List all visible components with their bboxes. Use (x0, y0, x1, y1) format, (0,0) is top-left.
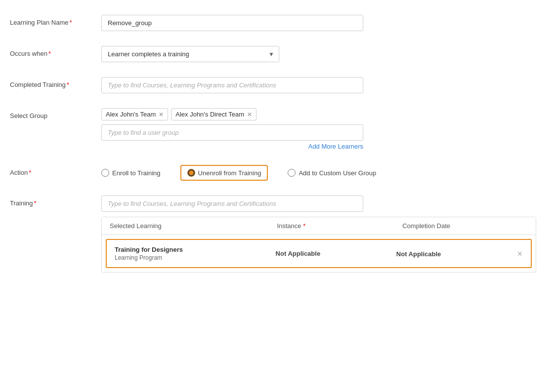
page-container: Learning Plan Name* Occurs when* Learner… (0, 0, 555, 392)
select-group-control: Alex John's Team ✕ Alex John's Direct Te… (101, 108, 540, 150)
action-option-unenroll[interactable]: Unenroll from Training (187, 169, 261, 177)
tag-label: Alex John's Team (106, 111, 156, 118)
occurs-when-select[interactable]: Learner completes a training Learner enr… (101, 46, 279, 62)
occurs-when-select-wrap: Learner completes a training Learner enr… (101, 46, 279, 62)
remove-row-icon[interactable]: ✕ (517, 250, 523, 258)
training-row-selected: Training for Designers Learning Program (115, 246, 276, 261)
tag-remove-icon[interactable]: ✕ (247, 112, 252, 118)
col-header-selected: Selected Learning (110, 222, 277, 230)
action-control: Enroll to Training Unenroll from Trainin… (101, 165, 540, 181)
learning-plan-name-input[interactable] (101, 15, 363, 31)
tags-row: Alex John's Team ✕ Alex John's Direct Te… (101, 108, 540, 120)
enroll-radio[interactable] (101, 169, 109, 177)
learning-plan-name-row: Learning Plan Name* (10, 15, 540, 31)
completed-training-input[interactable] (101, 77, 363, 93)
occurs-when-row: Occurs when* Learner completes a trainin… (10, 46, 540, 62)
completed-training-label: Completed Training* (10, 77, 101, 88)
occurs-when-label: Occurs when* (10, 46, 101, 57)
learning-plan-name-label: Learning Plan Name* (10, 15, 101, 26)
add-more-learners-link[interactable]: Add More Learners (101, 143, 363, 150)
tag-label: Alex John's Direct Team (175, 111, 244, 118)
training-search-input[interactable] (101, 196, 363, 212)
select-group-label: Select Group (10, 108, 101, 119)
tag-alex-johns-direct-team: Alex John's Direct Team ✕ (171, 108, 256, 120)
training-row-instance: Not Applicable (276, 250, 396, 257)
completed-training-row: Completed Training* (10, 77, 540, 93)
tag-alex-johns-team: Alex John's Team ✕ (101, 108, 168, 120)
action-option-unenroll-highlighted: Unenroll from Training (180, 165, 268, 181)
action-option-custom-group[interactable]: Add to Custom User Group (288, 169, 376, 177)
training-row-completion: Not Applicable (396, 250, 517, 258)
training-type: Learning Program (115, 254, 276, 261)
training-table-header: Selected Learning Instance * Completion … (102, 217, 536, 235)
action-option-enroll[interactable]: Enroll to Training (101, 169, 161, 177)
col-header-completion: Completion Date (402, 222, 528, 230)
training-row: Training* Selected Learning Instance * C… (10, 196, 540, 273)
col-header-instance: Instance * (277, 222, 402, 230)
group-search-input[interactable] (101, 124, 363, 141)
action-row: Action* Enroll to Training Unenroll from… (10, 165, 540, 181)
training-label: Training* (10, 196, 101, 207)
learning-plan-name-control (101, 15, 540, 31)
action-options-row: Enroll to Training Unenroll from Trainin… (101, 165, 540, 181)
training-name: Training for Designers (115, 246, 276, 253)
unenroll-radio[interactable] (187, 169, 195, 177)
completed-training-control (101, 77, 540, 93)
custom-group-radio[interactable] (288, 169, 296, 177)
table-row: Training for Designers Learning Program … (106, 239, 532, 268)
select-group-row: Select Group Alex John's Team ✕ Alex Joh… (10, 108, 540, 150)
training-control: Selected Learning Instance * Completion … (101, 196, 540, 273)
training-table: Selected Learning Instance * Completion … (101, 217, 536, 273)
tag-remove-icon[interactable]: ✕ (159, 112, 164, 118)
action-label: Action* (10, 165, 101, 176)
occurs-when-control: Learner completes a training Learner enr… (101, 46, 540, 62)
